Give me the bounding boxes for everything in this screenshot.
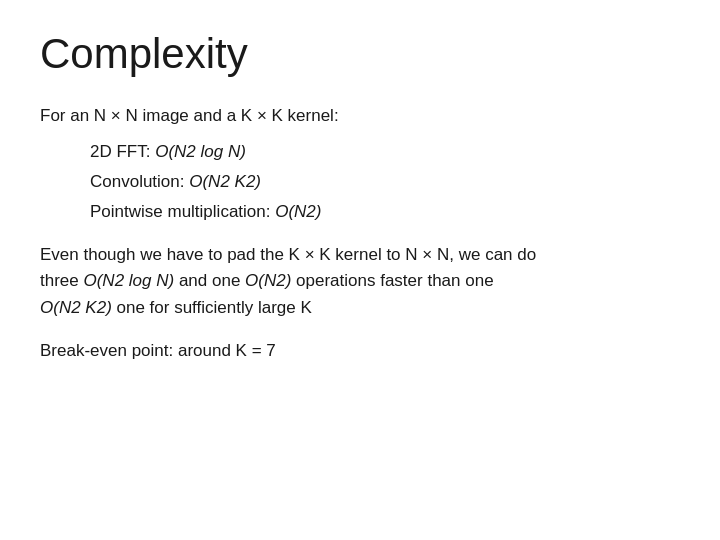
- bullet-list: 2D FFT: O(N2 log N) Convolution: O(N2 K2…: [40, 142, 680, 222]
- list-item: Convolution: O(N2 K2): [90, 172, 680, 192]
- page-title: Complexity: [40, 30, 680, 78]
- intro-times2: ×: [257, 106, 267, 125]
- bullet-2-italic: O(N2 K2): [189, 172, 261, 191]
- summary-italic2: O(N2): [245, 271, 291, 290]
- summary-line1: Even though we have to pad the K × K ker…: [40, 245, 536, 264]
- bullet-2-prefix: Convolution:: [90, 172, 189, 191]
- summary-italic1: O(N2 log N): [83, 271, 174, 290]
- summary-line3-end: one for sufficiently large K: [112, 298, 312, 317]
- list-item: Pointwise multiplication: O(N2): [90, 202, 680, 222]
- intro-text-before: For an N: [40, 106, 111, 125]
- list-item: 2D FFT: O(N2 log N): [90, 142, 680, 162]
- intro-text-mid: N image and a K: [121, 106, 257, 125]
- breakeven-text: Break-even point: around K = 7: [40, 341, 680, 361]
- bullet-1-prefix: 2D FFT:: [90, 142, 155, 161]
- bullet-1-italic: O(N2 log N): [155, 142, 246, 161]
- intro-text-end: K kernel:: [267, 106, 339, 125]
- bullet-3-prefix: Pointwise multiplication:: [90, 202, 275, 221]
- summary-times1: ×: [305, 245, 315, 264]
- summary-italic3: O(N2 K2): [40, 298, 112, 317]
- summary-paragraph: Even though we have to pad the K × K ker…: [40, 242, 680, 321]
- summary-times2: ×: [422, 245, 432, 264]
- bullet-3-italic: O(N2): [275, 202, 321, 221]
- summary-line2: three O(N2 log N) and one O(N2) operatio…: [40, 271, 494, 290]
- intro-times1: ×: [111, 106, 121, 125]
- intro-paragraph: For an N × N image and a K × K kernel:: [40, 106, 680, 126]
